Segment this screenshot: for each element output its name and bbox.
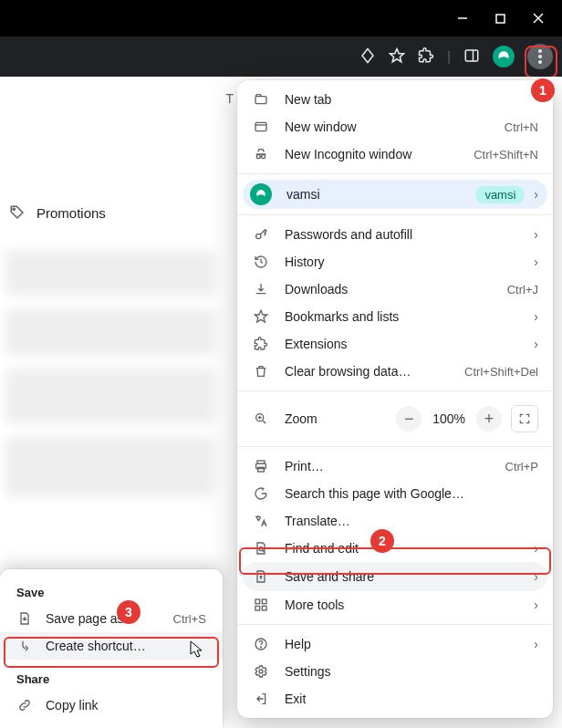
svg-rect-5 — [465, 50, 478, 61]
annotation-2: 2 — [370, 529, 394, 553]
menu-label: History — [285, 255, 528, 269]
zoom-out-button[interactable]: − — [396, 406, 422, 432]
svg-point-15 — [262, 155, 265, 159]
svg-point-9 — [538, 60, 542, 64]
separator — [237, 214, 553, 215]
menu-history[interactable]: History › — [237, 248, 553, 276]
svg-point-8 — [538, 55, 542, 58]
history-icon — [252, 255, 270, 269]
profile-avatar-icon[interactable] — [493, 46, 515, 68]
svg-rect-12 — [255, 122, 266, 130]
svg-rect-1 — [496, 15, 505, 23]
svg-point-33 — [260, 647, 261, 648]
menu-search-google[interactable]: Search this page with Google… — [237, 480, 553, 507]
menu-shortcut: Ctrl+Shift+N — [474, 148, 538, 161]
maximize-button[interactable] — [495, 14, 505, 24]
promotions-tag[interactable]: Promotions — [9, 204, 106, 221]
menu-label: Extensions — [285, 337, 528, 351]
exit-icon — [252, 692, 270, 706]
zoom-label: Zoom — [285, 411, 396, 426]
submenu-copy-link[interactable]: Copy link — [0, 692, 223, 719]
menu-button[interactable] — [527, 44, 553, 69]
account-chip: vamsi — [475, 186, 525, 203]
main-menu: New tab New window Ctrl+N New Incognito … — [237, 80, 553, 718]
tag-icon — [9, 204, 26, 221]
menu-shortcut: Ctrl+N — [505, 120, 538, 134]
svg-line-20 — [263, 421, 265, 423]
menu-account[interactable]: vamsi vamsi › — [243, 180, 547, 209]
submenu-save-page-as[interactable]: Save page as Ctrl+S — [0, 605, 223, 632]
fullscreen-button[interactable] — [511, 405, 538, 432]
menu-zoom: Zoom − 100% + — [237, 397, 553, 441]
menu-exit[interactable]: Exit — [237, 685, 553, 712]
zoom-in-button[interactable]: + — [476, 406, 502, 432]
help-icon — [252, 637, 270, 651]
menu-downloads[interactable]: Downloads Ctrl+J — [237, 276, 553, 303]
svg-point-10 — [13, 208, 15, 210]
extensions-puzzle-icon[interactable] — [418, 47, 434, 67]
annotation-1: 1 — [531, 78, 555, 102]
close-button[interactable] — [533, 13, 544, 24]
svg-rect-28 — [255, 599, 260, 604]
menu-translate[interactable]: Translate… — [237, 507, 553, 535]
diamond-icon[interactable] — [359, 47, 376, 67]
browser-toolbar: | — [0, 36, 562, 77]
panel-icon[interactable] — [463, 47, 480, 67]
menu-label: Bookmarks and lists — [285, 309, 528, 324]
menu-label: Find and edit — [285, 541, 528, 556]
zoom-value: 100% — [432, 411, 465, 426]
menu-new-window[interactable]: New window Ctrl+N — [237, 113, 553, 140]
menu-settings[interactable]: Settings — [237, 658, 553, 685]
zoom-icon — [252, 411, 270, 426]
chevron-right-icon: › — [534, 255, 538, 269]
menu-bookmarks[interactable]: Bookmarks and lists › — [237, 303, 553, 330]
menu-label: Search this page with Google… — [285, 486, 538, 501]
link-icon — [16, 698, 33, 712]
menu-print[interactable]: Print… Ctrl+P — [237, 452, 553, 480]
menu-extensions[interactable]: Extensions › — [237, 330, 553, 358]
svg-marker-18 — [255, 310, 266, 322]
menu-label: Clear browsing data… — [285, 364, 464, 379]
menu-label: Settings — [285, 664, 538, 679]
menu-label: New tab — [285, 92, 538, 107]
bookmark-star-icon[interactable] — [389, 47, 405, 67]
chevron-right-icon: › — [534, 337, 538, 351]
menu-new-tab[interactable]: New tab — [237, 86, 553, 113]
submenu-label: Save page as — [46, 611, 173, 626]
account-name: vamsi — [286, 187, 475, 202]
annotation-3: 3 — [117, 600, 140, 624]
submenu-save-header: Save — [0, 577, 223, 605]
menu-help[interactable]: Help › — [237, 630, 553, 658]
tab-icon — [252, 92, 270, 107]
chevron-right-icon: › — [534, 187, 538, 202]
trash-icon — [252, 364, 270, 379]
menu-label: Help — [285, 637, 528, 651]
menu-more-tools[interactable]: More tools › — [237, 591, 553, 619]
chevron-right-icon: › — [534, 598, 538, 612]
star-icon — [252, 309, 270, 324]
minimize-button[interactable] — [457, 13, 468, 24]
menu-label: Print… — [285, 459, 505, 473]
menu-shortcut: Ctrl+P — [505, 460, 538, 473]
menu-label: More tools — [285, 598, 528, 612]
key-icon — [252, 227, 270, 242]
svg-point-14 — [256, 155, 260, 159]
gear-icon — [252, 664, 270, 679]
svg-point-7 — [538, 49, 542, 53]
window-titlebar — [0, 0, 562, 36]
menu-save-share[interactable]: Save and share › — [243, 562, 547, 591]
submenu-shortcut: Ctrl+S — [173, 612, 206, 626]
translate-icon — [252, 514, 270, 528]
menu-find-edit[interactable]: Find and edit › — [237, 535, 553, 562]
menu-incognito[interactable]: New Incognito window Ctrl+Shift+N — [237, 140, 553, 168]
menu-label: Exit — [285, 692, 538, 706]
google-icon — [252, 486, 270, 501]
menu-passwords[interactable]: Passwords and autofill › — [237, 221, 553, 248]
submenu-label: Create shortcut… — [46, 639, 206, 653]
menu-clear-data[interactable]: Clear browsing data… Ctrl+Shift+Del — [237, 358, 553, 385]
shortcut-icon — [16, 639, 33, 653]
menu-label: Save and share — [285, 569, 528, 584]
chevron-right-icon: › — [534, 637, 538, 651]
menu-label: Downloads — [285, 282, 507, 296]
cursor-icon — [190, 640, 204, 659]
